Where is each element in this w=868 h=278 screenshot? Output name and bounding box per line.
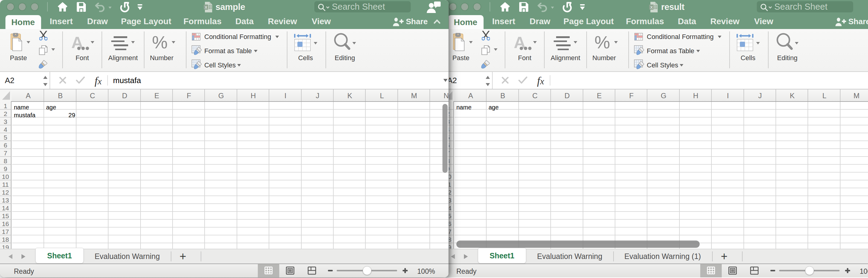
svg-text:A: A bbox=[514, 35, 526, 51]
svg-text:X: X bbox=[650, 5, 653, 9]
svg-text:A: A bbox=[71, 35, 83, 51]
svg-text:X: X bbox=[205, 5, 207, 9]
